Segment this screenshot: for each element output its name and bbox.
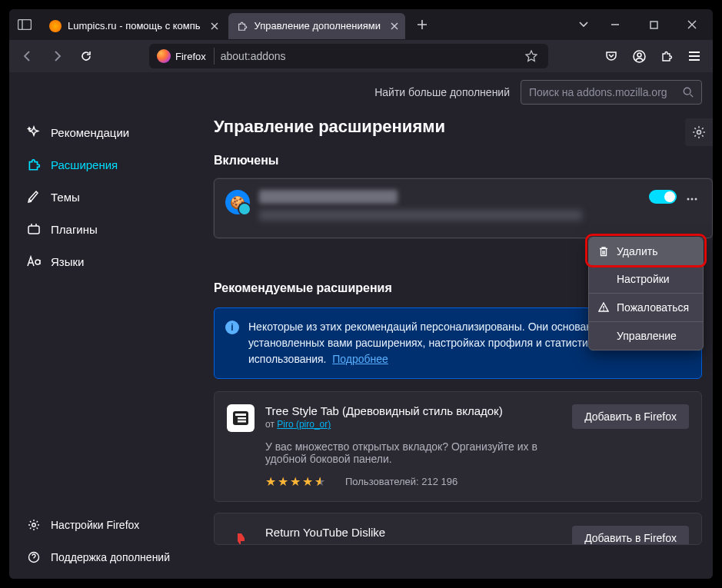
firefox-logo-icon [157, 49, 171, 63]
identity-label: Firefox [175, 51, 206, 62]
help-icon [26, 551, 42, 563]
recommended-card-return-youtube-dislike: Return YouTube Dislike Добавить в Firefo… [214, 513, 702, 545]
sidebar-item-firefox-settings[interactable]: Настройки Firefox [18, 510, 194, 540]
window-controls [597, 9, 713, 40]
app-menu-icon[interactable] [682, 44, 707, 68]
svg-rect-21 [235, 414, 246, 416]
sidebar-item-extensions[interactable]: Расширения [18, 149, 194, 180]
add-to-firefox-button[interactable]: Добавить в Firefox [572, 526, 689, 545]
recommended-title: Return YouTube Dislike [265, 526, 561, 539]
rating-stars: ★★★★★★ [265, 474, 327, 489]
sidebar-item-label: Настройки Firefox [51, 519, 139, 531]
tab-addons[interactable]: Управление дополнениями [228, 13, 405, 39]
forward-button[interactable] [45, 44, 69, 68]
svg-rect-22 [238, 417, 246, 420]
recommended-title: Tree Style Tab (Древовидный стиль вкладо… [265, 404, 561, 417]
menu-item-report[interactable]: Пожаловаться [589, 294, 703, 321]
categories-sidebar: Рекомендации Расширения Темы Плагины [9, 112, 203, 579]
recommended-author: от Piro (piro_or) [265, 419, 561, 430]
minimize-button[interactable] [597, 9, 633, 40]
tab-label: Управление дополнениями [255, 20, 381, 32]
puzzle-icon [236, 20, 248, 32]
sidebar-item-label: Темы [51, 191, 80, 204]
return-youtube-dislike-icon [227, 526, 255, 545]
tab-overflow-icon[interactable] [570, 22, 597, 28]
page-title: Управление расширениями [214, 117, 713, 137]
recommended-desc: У вас множество открытых вкладок? Органи… [265, 440, 561, 465]
author-link[interactable]: Piro (piro_or) [277, 419, 331, 430]
bookmark-star-icon[interactable] [521, 50, 542, 62]
find-addons-bar: Найти больше дополнений Поиск на addons.… [9, 72, 713, 112]
trash-icon [598, 246, 609, 257]
extension-desc-blurred [259, 210, 582, 221]
menu-item-settings[interactable]: Настройки [589, 265, 703, 293]
identity-box[interactable]: Firefox [155, 48, 215, 65]
sidebar-item-label: Плагины [51, 223, 98, 236]
add-to-firefox-button[interactable]: Добавить в Firefox [572, 404, 689, 429]
back-button[interactable] [15, 44, 40, 68]
learn-more-link[interactable]: Подробнее [332, 353, 388, 365]
search-placeholder: Поиск на addons.mozilla.org [529, 86, 683, 98]
sidebar-item-recommendations[interactable]: Рекомендации [18, 117, 194, 148]
svg-point-16 [697, 131, 701, 135]
tab-label: Lumpics.ru - помощь с компь [68, 20, 201, 32]
favicon-lumpics [49, 20, 62, 32]
sidebar-item-languages[interactable]: Языки [18, 246, 194, 277]
warning-icon [598, 302, 609, 313]
svg-rect-23 [238, 420, 246, 423]
language-icon [26, 254, 42, 268]
tab-strip: Lumpics.ru - помощь с компь Управление д… [40, 9, 570, 40]
extension-icon: 🍪 [225, 190, 250, 214]
url-bar[interactable]: Firefox about:addons [149, 44, 548, 68]
plug-icon [26, 222, 42, 236]
svg-rect-11 [28, 226, 39, 234]
addons-settings-button[interactable] [685, 118, 713, 146]
more-options-button[interactable] [683, 190, 701, 208]
url-text: about:addons [221, 50, 521, 62]
enable-toggle[interactable] [649, 190, 677, 204]
tab-lumpics[interactable]: Lumpics.ru - помощь с компь [42, 13, 225, 39]
svg-rect-3 [650, 22, 657, 28]
extension-body [259, 190, 640, 227]
extensions-icon[interactable] [654, 44, 679, 68]
svg-point-18 [691, 198, 694, 201]
addons-search-input[interactable]: Поиск на addons.mozilla.org [521, 80, 702, 105]
sidebar-item-addons-support[interactable]: Поддержка дополнений [18, 542, 194, 573]
close-button[interactable] [674, 9, 710, 40]
svg-point-17 [687, 198, 690, 201]
toolbar-icons [599, 44, 707, 68]
menu-item-manage[interactable]: Управление [589, 322, 703, 350]
pocket-icon[interactable] [599, 44, 624, 68]
new-tab-button[interactable] [410, 12, 434, 37]
svg-point-25 [603, 309, 604, 311]
search-icon [683, 87, 694, 98]
tree-style-tab-icon [227, 404, 255, 432]
puzzle-icon [26, 158, 42, 171]
svg-point-19 [695, 198, 697, 201]
sidebar-item-label: Расширения [51, 158, 118, 171]
svg-point-5 [637, 52, 641, 56]
sidebar-item-plugins[interactable]: Плагины [18, 214, 194, 244]
close-icon[interactable] [387, 18, 402, 34]
brush-icon [26, 190, 42, 204]
extension-name-blurred [259, 190, 398, 204]
close-icon[interactable] [207, 18, 222, 34]
info-icon: i [225, 321, 239, 334]
browser-window: Lumpics.ru - помощь с компь Управление д… [9, 9, 713, 579]
sidebar-toggle-icon[interactable] [9, 9, 40, 40]
sidebar-item-themes[interactable]: Темы [18, 181, 194, 212]
svg-point-9 [684, 88, 690, 95]
reload-button[interactable] [74, 44, 98, 68]
nav-toolbar: Firefox about:addons [9, 40, 713, 72]
maximize-button[interactable] [636, 9, 671, 40]
account-icon[interactable] [627, 44, 651, 68]
menu-item-remove[interactable]: Удалить [589, 238, 703, 265]
sidebar-item-label: Рекомендации [51, 126, 129, 139]
svg-point-14 [32, 523, 35, 527]
extension-card[interactable]: 🍪 [214, 178, 713, 238]
gear-icon [26, 519, 42, 531]
recommended-card-tree-style-tab: Tree Style Tab (Древовидный стиль вкладо… [214, 391, 702, 502]
sidebar-item-label: Поддержка дополнений [51, 551, 170, 563]
extension-context-menu: Удалить Настройки Пожаловаться Управлени… [588, 237, 704, 350]
enabled-section-title: Включены [214, 154, 713, 168]
